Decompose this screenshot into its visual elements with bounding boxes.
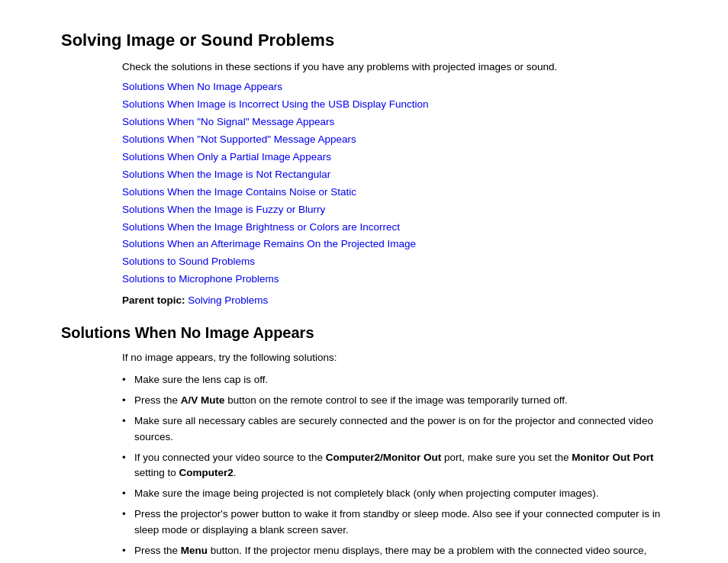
section1-link-item[interactable]: Solutions When the Image Brightness or C… — [122, 219, 667, 236]
section1-link-item[interactable]: Solutions When the Image is Fuzzy or Blu… — [122, 201, 667, 219]
bullet-item: Press the Menu button. If the projector … — [122, 543, 667, 563]
section1-link-item[interactable]: Solutions When Image is Incorrect Using … — [122, 96, 667, 114]
bullet-item: If you connected your video source to th… — [122, 450, 667, 482]
bullet-item: Make sure all necessary cables are secur… — [122, 413, 667, 446]
parent-topic-link[interactable]: Solving Problems — [188, 294, 268, 306]
bullet-list: Make sure the lens cap is off.Press the … — [122, 372, 667, 563]
page-content: Solving Image or Sound Problems Check th… — [61, 31, 667, 563]
section1-link-item[interactable]: Solutions When Only a Partial Image Appe… — [122, 149, 667, 166]
section1-intro: Check the solutions in these sections if… — [122, 61, 667, 72]
bullet-item: Make sure the image being projected is n… — [122, 486, 667, 502]
section1-link-item[interactable]: Solutions to Sound Problems — [122, 253, 667, 271]
section1-link-item[interactable]: Solutions When "Not Supported" Message A… — [122, 131, 667, 149]
section2-intro: If no image appears, try the following s… — [122, 349, 667, 366]
section2-title: Solutions When No Image Appears — [61, 324, 667, 342]
bullet-item: Make sure the lens cap is off. — [122, 372, 667, 388]
section2-body: If no image appears, try the following s… — [122, 349, 667, 563]
bullet-item: Press the projector's power button to wa… — [122, 507, 667, 539]
section1-link-item[interactable]: Solutions When an Afterimage Remains On … — [122, 236, 667, 253]
section1-link-item[interactable]: Solutions to Microphone Problems — [122, 271, 667, 288]
section1-link-item[interactable]: Solutions When the Image Contains Noise … — [122, 184, 667, 201]
section1-title: Solving Image or Sound Problems — [61, 31, 667, 50]
bullet-item: Press the A/V Mute button on the remote … — [122, 393, 667, 409]
section1-link-item[interactable]: Solutions When No Image Appears — [122, 79, 667, 96]
parent-topic: Parent topic: Solving Problems — [122, 294, 667, 306]
parent-topic-label: Parent topic: — [122, 294, 185, 306]
section1-link-item[interactable]: Solutions When the Image is Not Rectangu… — [122, 166, 667, 184]
section1-links: Solutions When No Image AppearsSolutions… — [122, 79, 667, 288]
section1-link-item[interactable]: Solutions When "No Signal" Message Appea… — [122, 114, 667, 131]
